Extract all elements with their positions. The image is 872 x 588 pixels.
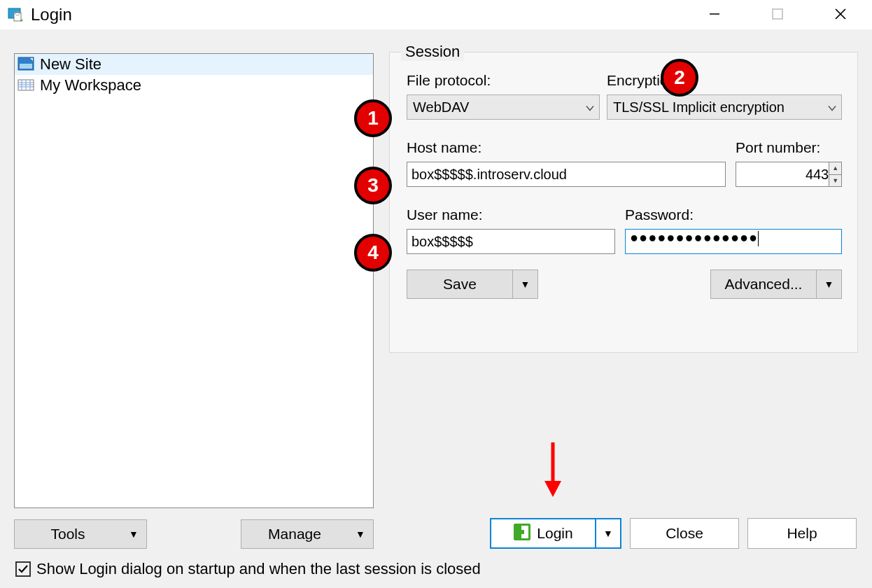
caret-down-icon: ▼: [521, 279, 530, 290]
login-button[interactable]: Login ▼: [490, 518, 621, 549]
site-item-label: New Site: [40, 55, 101, 74]
caret-down-icon: ▼: [603, 528, 613, 539]
close-label: Close: [666, 525, 703, 542]
annotation-marker-3: 3: [354, 167, 392, 204]
help-label: Help: [787, 525, 817, 542]
site-icon: [17, 57, 36, 72]
encryption-value: TLS/SSL Implicit encryption: [613, 99, 785, 115]
host-name-field[interactable]: [412, 162, 721, 186]
window-title: Login: [31, 5, 72, 24]
port-input[interactable]: ▲ ▼: [736, 162, 842, 187]
manage-label: Manage: [241, 520, 348, 548]
spin-down-icon[interactable]: ▼: [829, 175, 841, 187]
annotation-arrow: [539, 442, 567, 502]
port-field[interactable]: [736, 162, 829, 186]
encryption-combo[interactable]: TLS/SSL Implicit encryption: [607, 94, 842, 120]
caret-down-icon: ▼: [824, 279, 834, 290]
minimize-button[interactable]: [683, 0, 746, 28]
help-button[interactable]: Help: [747, 518, 857, 549]
show-startup-checkbox[interactable]: [15, 561, 31, 577]
tools-button[interactable]: Tools ▼: [14, 519, 147, 549]
site-item-new-site[interactable]: New Site: [15, 54, 373, 75]
annotation-marker-4: 4: [354, 234, 392, 272]
site-item-label: My Workspace: [40, 76, 141, 94]
advanced-button[interactable]: Advanced... ▼: [710, 270, 842, 299]
site-item-my-workspace[interactable]: My Workspace: [15, 75, 373, 96]
save-button[interactable]: Save ▼: [407, 270, 538, 299]
port-spinner[interactable]: ▲ ▼: [829, 162, 841, 186]
svg-rect-7: [20, 64, 32, 69]
close-window-button[interactable]: [809, 0, 872, 28]
svg-rect-1: [14, 13, 21, 21]
show-startup-row[interactable]: Show Login dialog on startup and when th…: [15, 560, 481, 578]
folder-icon: [17, 78, 36, 93]
file-protocol-label: File protocol:: [407, 72, 491, 89]
user-name-label: User name:: [407, 206, 483, 223]
file-protocol-value: WebDAV: [413, 99, 469, 115]
annotation-marker-1: 1: [354, 99, 392, 137]
host-name-input[interactable]: [407, 162, 726, 187]
host-name-label: Host name:: [407, 139, 481, 156]
window-controls: [683, 0, 872, 28]
manage-button[interactable]: Manage ▼: [241, 519, 374, 549]
show-startup-label: Show Login dialog on startup and when th…: [36, 560, 481, 578]
password-label: Password:: [625, 206, 694, 223]
user-name-input[interactable]: [407, 229, 615, 254]
text-cursor: [758, 231, 759, 246]
save-button-label: Save: [407, 270, 512, 298]
svg-rect-3: [773, 9, 782, 19]
user-name-field[interactable]: [412, 230, 610, 253]
login-dropdown[interactable]: ▼: [595, 519, 620, 547]
caret-down-icon: ▼: [129, 528, 139, 540]
caret-down-icon: ▼: [356, 528, 365, 540]
manage-dropdown[interactable]: ▼: [348, 520, 373, 548]
password-input[interactable]: ●●●●●●●●●●●●●●: [625, 229, 842, 254]
advanced-dropdown[interactable]: ▼: [816, 270, 841, 298]
session-group-label: Session: [401, 43, 464, 61]
save-dropdown[interactable]: ▼: [512, 270, 537, 298]
login-label: Login: [537, 525, 572, 542]
chevron-down-icon: [827, 99, 837, 115]
sites-panel[interactable]: New Site My Workspace: [14, 53, 374, 508]
client-area: New Site My Workspace Session File proto…: [0, 29, 872, 588]
maximize-button: [746, 0, 809, 28]
annotation-marker-2: 2: [661, 59, 698, 97]
spin-up-icon[interactable]: ▲: [829, 162, 841, 175]
close-button[interactable]: Close: [630, 518, 739, 549]
login-icon: [513, 523, 531, 545]
file-protocol-combo[interactable]: WebDAV: [407, 94, 600, 120]
login-main: Login: [491, 519, 595, 547]
session-group: Session File protocol: WebDAV Encryption…: [389, 52, 858, 353]
advanced-button-label: Advanced...: [711, 270, 816, 298]
app-icon: [7, 5, 27, 24]
password-masked: ●●●●●●●●●●●●●●: [630, 230, 758, 245]
svg-marker-17: [544, 481, 561, 497]
tools-dropdown[interactable]: ▼: [121, 520, 146, 548]
port-label: Port number:: [736, 139, 820, 156]
chevron-down-icon: [585, 99, 595, 115]
tools-label: Tools: [15, 520, 121, 548]
